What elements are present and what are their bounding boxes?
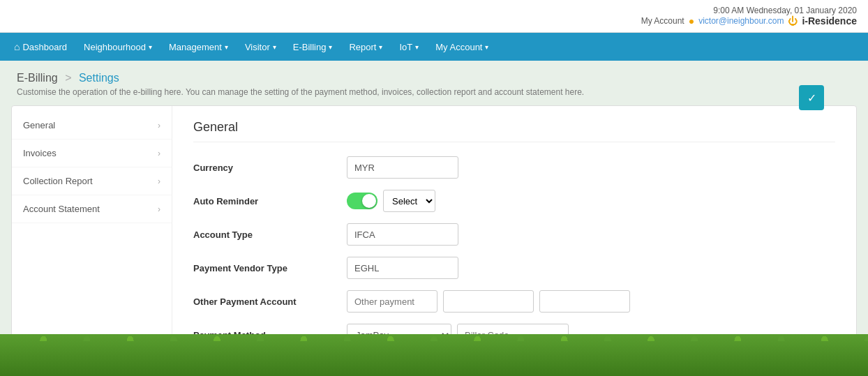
breadcrumb: E-Billing > Settings [0, 61, 868, 87]
sidebar-item-general[interactable]: General › [12, 112, 172, 140]
nav-neighbourhood[interactable]: Neighbourhood ▾ [75, 33, 160, 61]
nav-iot[interactable]: IoT ▾ [391, 33, 427, 61]
chevron-right-icon: › [158, 149, 160, 158]
other-payment-input-3[interactable] [539, 290, 630, 313]
sidebar-account-statement-label: Account Statement [23, 204, 100, 214]
sidebar: General › Invoices › Collection Report ›… [12, 106, 172, 371]
chevron-down-icon: ▾ [225, 43, 228, 51]
sidebar-invoices-label: Invoices [23, 148, 57, 158]
grass-decoration [0, 334, 868, 376]
breadcrumb-current: Settings [79, 72, 119, 84]
chevron-down-icon: ▾ [149, 43, 152, 51]
toggle-knob [362, 194, 376, 208]
datetime: 9:00 AM Wednesday, 01 January 2020 [11, 6, 857, 15]
chevron-down-icon: ▾ [379, 43, 382, 51]
account-type-row: Account Type [193, 223, 835, 246]
nav-neighbourhood-label: Neighbourhood [84, 42, 146, 52]
auto-reminder-row: Auto Reminder Select [193, 190, 835, 212]
breadcrumb-separator: > [65, 72, 71, 84]
breadcrumb-section: E-Billing [17, 72, 58, 84]
nav-visitor[interactable]: Visitor ▾ [237, 33, 285, 61]
nav-ebilling[interactable]: E-Billing ▾ [285, 33, 341, 61]
nav-myaccount[interactable]: My Account ▾ [427, 33, 497, 61]
payment-vendor-type-label: Payment Vendor Type [193, 263, 347, 273]
form-title: General [193, 120, 835, 142]
sidebar-collection-label: Collection Report [23, 176, 93, 186]
other-payment-account-label: Other Payment Account [193, 296, 347, 307]
nav-report[interactable]: Report ▾ [341, 33, 391, 61]
chevron-right-icon: › [158, 176, 160, 186]
chevron-down-icon: ▾ [329, 43, 332, 51]
account-type-label: Account Type [193, 230, 347, 240]
sidebar-item-collection-report[interactable]: Collection Report › [12, 167, 172, 195]
currency-input[interactable] [347, 156, 458, 179]
account-icon: ● [689, 15, 694, 27]
page-subtitle: Customise the operation of the e-billing… [0, 87, 868, 105]
logout-icon[interactable]: ⏻ [788, 15, 798, 27]
chevron-right-icon: › [158, 121, 160, 130]
currency-row: Currency [193, 156, 835, 179]
main-content: General › Invoices › Collection Report ›… [11, 105, 857, 372]
nav-dashboard-label: Dashboard [22, 42, 67, 52]
payment-vendor-type-input[interactable] [347, 257, 458, 279]
chevron-down-icon: ▾ [485, 43, 488, 51]
my-account-label: My Account [641, 16, 684, 26]
sidebar-general-label: General [23, 120, 55, 130]
nav-ebilling-label: E-Billing [293, 42, 327, 52]
chevron-right-icon: › [158, 204, 160, 214]
other-payment-inputs [347, 290, 630, 313]
nav-bar: ⌂ Dashboard Neighbourhood ▾ Management ▾… [0, 33, 868, 61]
save-button[interactable]: ✓ [799, 85, 824, 110]
nav-management[interactable]: Management ▾ [160, 33, 237, 61]
nav-myaccount-label: My Account [435, 42, 482, 52]
nav-management-label: Management [169, 42, 222, 52]
chevron-down-icon: ▾ [273, 43, 276, 51]
nav-report-label: Report [349, 42, 376, 52]
email-link[interactable]: victor@ineighbour.com [698, 16, 784, 26]
auto-reminder-controls: Select [347, 190, 435, 212]
other-payment-input-2[interactable] [443, 290, 534, 313]
app-name: i-Residence [802, 15, 857, 27]
other-payment-input-1[interactable] [347, 290, 437, 313]
auto-reminder-toggle[interactable] [347, 193, 377, 209]
chevron-down-icon: ▾ [415, 43, 419, 51]
auto-reminder-select[interactable]: Select [383, 190, 435, 212]
sidebar-item-account-statement[interactable]: Account Statement › [12, 195, 172, 223]
auto-reminder-label: Auto Reminder [193, 196, 347, 206]
account-type-input[interactable] [347, 223, 458, 246]
sidebar-item-invoices[interactable]: Invoices › [12, 140, 172, 167]
other-payment-account-row: Other Payment Account [193, 290, 835, 313]
nav-visitor-label: Visitor [245, 42, 270, 52]
nav-dashboard[interactable]: ⌂ Dashboard [6, 33, 75, 61]
top-bar: 9:00 AM Wednesday, 01 January 2020 My Ac… [0, 0, 868, 33]
home-icon: ⌂ [14, 41, 20, 52]
currency-label: Currency [193, 163, 347, 173]
nav-iot-label: IoT [399, 42, 412, 52]
payment-vendor-type-row: Payment Vendor Type [193, 257, 835, 279]
form-area: General ✓ Currency Auto Reminder Select [172, 106, 856, 371]
